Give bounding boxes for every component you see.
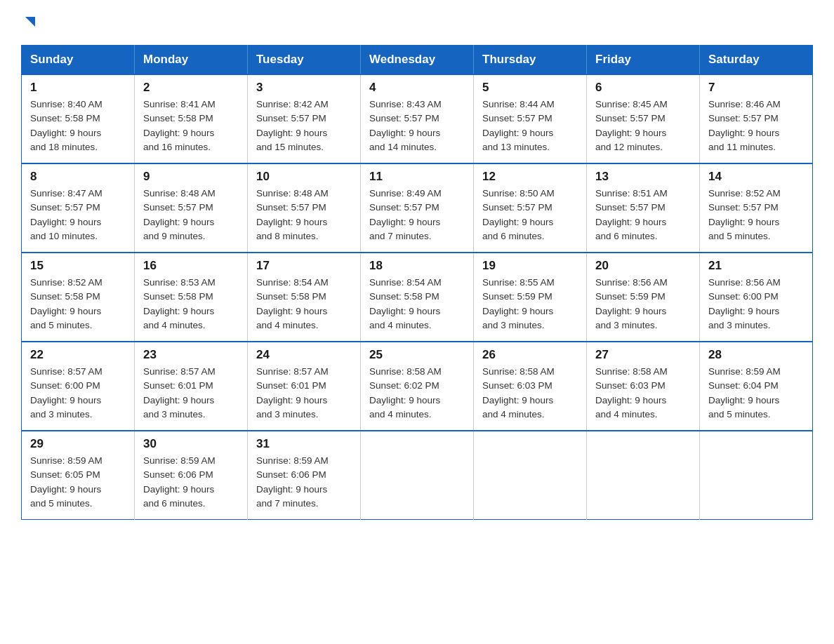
calendar-cell: 2 Sunrise: 8:41 AM Sunset: 5:58 PM Dayli…: [135, 74, 248, 163]
calendar-cell: 18 Sunrise: 8:54 AM Sunset: 5:58 PM Dayl…: [361, 253, 474, 342]
calendar-cell: 11 Sunrise: 8:49 AM Sunset: 5:57 PM Dayl…: [361, 163, 474, 253]
calendar-cell: 6 Sunrise: 8:45 AM Sunset: 5:57 PM Dayli…: [587, 74, 700, 163]
sunrise-text: Sunrise: 8:59 AM: [256, 454, 352, 468]
daylight-minutes: and 10 minutes.: [30, 229, 126, 243]
day-number: 3: [256, 81, 352, 95]
calendar-cell: [474, 431, 587, 520]
day-number: 22: [30, 348, 126, 362]
day-number: 4: [369, 81, 465, 95]
day-info: Sunrise: 8:54 AM Sunset: 5:58 PM Dayligh…: [369, 276, 465, 333]
day-number: 25: [369, 348, 465, 362]
daylight-minutes: and 5 minutes.: [708, 229, 804, 243]
calendar-cell: 4 Sunrise: 8:43 AM Sunset: 5:57 PM Dayli…: [361, 74, 474, 163]
sunrise-text: Sunrise: 8:40 AM: [30, 98, 126, 112]
day-info: Sunrise: 8:56 AM Sunset: 5:59 PM Dayligh…: [595, 276, 691, 333]
calendar-cell: 13 Sunrise: 8:51 AM Sunset: 5:57 PM Dayl…: [587, 163, 700, 253]
daylight-minutes: and 14 minutes.: [369, 140, 465, 154]
daylight-minutes: and 3 minutes.: [143, 408, 239, 422]
week-row-2: 8 Sunrise: 8:47 AM Sunset: 5:57 PM Dayli…: [22, 163, 813, 253]
day-of-week-thursday: Thursday: [474, 46, 587, 75]
sunset-text: Sunset: 6:00 PM: [708, 290, 804, 304]
daylight-text: Daylight: 9 hours: [482, 215, 578, 229]
sunset-text: Sunset: 5:57 PM: [369, 201, 465, 215]
sunrise-text: Sunrise: 8:59 AM: [30, 454, 126, 468]
sunset-text: Sunset: 5:58 PM: [30, 112, 126, 126]
sunset-text: Sunset: 6:06 PM: [256, 468, 352, 482]
day-of-week-saturday: Saturday: [700, 46, 813, 75]
calendar-cell: 8 Sunrise: 8:47 AM Sunset: 5:57 PM Dayli…: [22, 163, 135, 253]
day-info: Sunrise: 8:55 AM Sunset: 5:59 PM Dayligh…: [482, 276, 578, 333]
daylight-text: Daylight: 9 hours: [369, 126, 465, 140]
day-number: 8: [30, 170, 126, 184]
sunrise-text: Sunrise: 8:57 AM: [30, 365, 126, 379]
day-info: Sunrise: 8:47 AM Sunset: 5:57 PM Dayligh…: [30, 187, 126, 243]
day-number: 21: [708, 259, 804, 273]
daylight-minutes: and 3 minutes.: [708, 318, 804, 333]
sunset-text: Sunset: 6:00 PM: [30, 379, 126, 393]
calendar-cell: 24 Sunrise: 8:57 AM Sunset: 6:01 PM Dayl…: [248, 342, 361, 431]
daylight-text: Daylight: 9 hours: [369, 304, 465, 318]
daylight-minutes: and 6 minutes.: [143, 497, 239, 511]
day-number: 19: [482, 259, 578, 273]
sunset-text: Sunset: 5:57 PM: [482, 112, 578, 126]
daylight-minutes: and 15 minutes.: [256, 140, 352, 154]
calendar-cell: 1 Sunrise: 8:40 AM Sunset: 5:58 PM Dayli…: [22, 74, 135, 163]
sunrise-text: Sunrise: 8:46 AM: [708, 98, 804, 112]
day-info: Sunrise: 8:54 AM Sunset: 5:58 PM Dayligh…: [256, 276, 352, 333]
daylight-text: Daylight: 9 hours: [30, 483, 126, 497]
calendar-cell: 28 Sunrise: 8:59 AM Sunset: 6:04 PM Dayl…: [700, 342, 813, 431]
day-of-week-sunday: Sunday: [22, 46, 135, 75]
daylight-minutes: and 3 minutes.: [30, 408, 126, 422]
sunset-text: Sunset: 6:01 PM: [143, 379, 239, 393]
day-number: 7: [708, 81, 804, 95]
calendar-cell: 10 Sunrise: 8:48 AM Sunset: 5:57 PM Dayl…: [248, 163, 361, 253]
daylight-minutes: and 4 minutes.: [482, 408, 578, 422]
calendar-cell: 17 Sunrise: 8:54 AM Sunset: 5:58 PM Dayl…: [248, 253, 361, 342]
sunset-text: Sunset: 5:57 PM: [143, 201, 239, 215]
daylight-text: Daylight: 9 hours: [595, 215, 691, 229]
day-info: Sunrise: 8:48 AM Sunset: 5:57 PM Dayligh…: [256, 187, 352, 243]
svg-marker-0: [25, 17, 35, 27]
sunrise-text: Sunrise: 8:58 AM: [369, 365, 465, 379]
daylight-minutes: and 4 minutes.: [595, 408, 691, 422]
daylight-text: Daylight: 9 hours: [30, 304, 126, 318]
day-number: 16: [143, 259, 239, 273]
day-number: 29: [30, 437, 126, 451]
daylight-minutes: and 4 minutes.: [369, 318, 465, 333]
daylight-text: Daylight: 9 hours: [369, 215, 465, 229]
day-info: Sunrise: 8:52 AM Sunset: 5:58 PM Dayligh…: [30, 276, 126, 333]
daylight-text: Daylight: 9 hours: [256, 126, 352, 140]
day-info: Sunrise: 8:42 AM Sunset: 5:57 PM Dayligh…: [256, 98, 352, 154]
calendar-cell: 22 Sunrise: 8:57 AM Sunset: 6:00 PM Dayl…: [22, 342, 135, 431]
day-info: Sunrise: 8:58 AM Sunset: 6:02 PM Dayligh…: [369, 365, 465, 422]
sunrise-text: Sunrise: 8:54 AM: [256, 276, 352, 290]
sunrise-text: Sunrise: 8:59 AM: [143, 454, 239, 468]
daylight-text: Daylight: 9 hours: [482, 394, 578, 408]
sunset-text: Sunset: 5:57 PM: [482, 201, 578, 215]
sunset-text: Sunset: 6:02 PM: [369, 379, 465, 393]
week-row-5: 29 Sunrise: 8:59 AM Sunset: 6:05 PM Dayl…: [22, 431, 813, 520]
page-header: [21, 14, 813, 32]
sunset-text: Sunset: 5:58 PM: [369, 290, 465, 304]
days-of-week-row: SundayMondayTuesdayWednesdayThursdayFrid…: [22, 46, 813, 75]
calendar-cell: 14 Sunrise: 8:52 AM Sunset: 5:57 PM Dayl…: [700, 163, 813, 253]
day-info: Sunrise: 8:51 AM Sunset: 5:57 PM Dayligh…: [595, 187, 691, 243]
sunrise-text: Sunrise: 8:52 AM: [30, 276, 126, 290]
daylight-text: Daylight: 9 hours: [256, 215, 352, 229]
day-number: 5: [482, 81, 578, 95]
day-number: 23: [143, 348, 239, 362]
daylight-minutes: and 16 minutes.: [143, 140, 239, 154]
daylight-text: Daylight: 9 hours: [482, 126, 578, 140]
calendar-cell: [361, 431, 474, 520]
sunrise-text: Sunrise: 8:44 AM: [482, 98, 578, 112]
calendar-cell: 27 Sunrise: 8:58 AM Sunset: 6:03 PM Dayl…: [587, 342, 700, 431]
calendar-cell: 9 Sunrise: 8:48 AM Sunset: 5:57 PM Dayli…: [135, 163, 248, 253]
logo-arrow-icon: [22, 14, 38, 32]
daylight-text: Daylight: 9 hours: [30, 394, 126, 408]
day-number: 12: [482, 170, 578, 184]
sunset-text: Sunset: 6:06 PM: [143, 468, 239, 482]
day-info: Sunrise: 8:58 AM Sunset: 6:03 PM Dayligh…: [595, 365, 691, 422]
daylight-minutes: and 3 minutes.: [595, 318, 691, 333]
sunrise-text: Sunrise: 8:49 AM: [369, 187, 465, 201]
sunset-text: Sunset: 5:57 PM: [30, 201, 126, 215]
